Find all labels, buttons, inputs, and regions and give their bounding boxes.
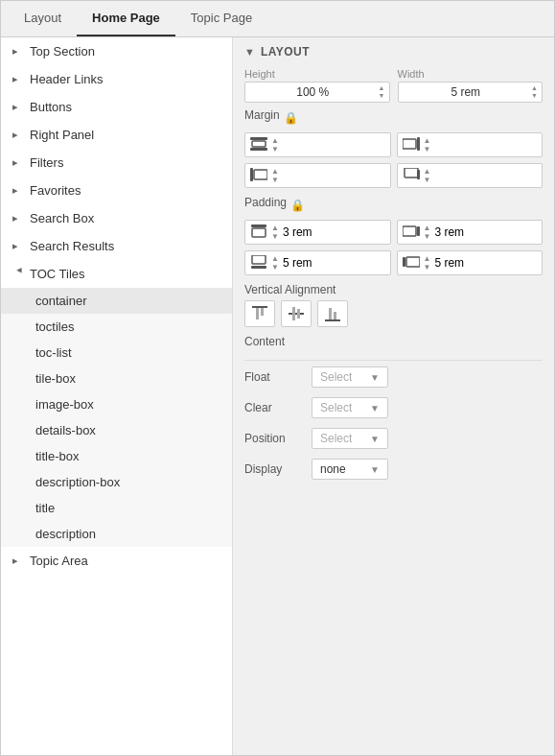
sidebar-item-buttons[interactable]: ▸ Buttons xyxy=(1,93,232,121)
width-up-arrow[interactable]: ▲ xyxy=(531,84,538,92)
tab-homepage[interactable]: Home Page xyxy=(77,1,175,36)
height-value: 100 % xyxy=(249,85,377,99)
sidebar-item-toc-tiles[interactable]: ▾ TOC Tiles xyxy=(1,260,232,288)
width-spin[interactable]: 5 rem ▲ ▼ xyxy=(398,82,543,103)
tree-child-description-box[interactable]: description-box xyxy=(1,469,232,495)
arrow-icon: ▸ xyxy=(12,45,26,58)
position-select[interactable]: Select ▼ xyxy=(312,428,388,449)
margin-left-arrows[interactable]: ▲ ▼ xyxy=(271,167,279,184)
tree-child-toc-list[interactable]: toc-list xyxy=(1,340,232,366)
sidebar-item-favorites[interactable]: ▸ Favorites xyxy=(1,177,232,204)
clear-select[interactable]: Select ▼ xyxy=(312,397,388,418)
tab-layout[interactable]: Layout xyxy=(9,1,77,36)
margin-top-arrows[interactable]: ▲ ▼ xyxy=(271,136,279,154)
clear-row: Clear Select ▼ xyxy=(244,397,543,418)
width-label: Width xyxy=(398,68,543,80)
tree-child-details-box[interactable]: details-box xyxy=(1,417,232,443)
arrow-icon: ▸ xyxy=(12,101,26,113)
tree-child-tile-box[interactable]: tile-box xyxy=(1,366,232,391)
height-label: Height xyxy=(244,68,390,80)
padding-left-value: 5 rem xyxy=(434,256,464,270)
padding-right-down[interactable]: ▼ xyxy=(424,232,431,241)
sidebar-item-filters[interactable]: ▸ Filters xyxy=(1,149,232,177)
padding-right-up[interactable]: ▲ xyxy=(424,224,431,232)
align-middle-button[interactable] xyxy=(281,300,312,327)
padding-top-arrows[interactable]: ▲ ▼ xyxy=(271,224,279,241)
padding-left-up[interactable]: ▲ xyxy=(424,254,431,263)
tree-child-description[interactable]: description xyxy=(1,521,232,547)
tab-topicpage[interactable]: Topic Page xyxy=(175,1,267,36)
sidebar-item-label: Filters xyxy=(30,155,63,170)
margin-right-cell[interactable]: ▲ ▼ xyxy=(397,132,543,157)
width-arrows[interactable]: ▲ ▼ xyxy=(531,84,538,100)
margin-left-down[interactable]: ▼ xyxy=(271,176,279,184)
padding-top-cell[interactable]: ▲ ▼ 3 rem xyxy=(244,220,391,245)
height-down-arrow[interactable]: ▼ xyxy=(379,92,385,100)
sidebar-item-label: TOC Tiles xyxy=(30,267,85,281)
align-top-button[interactable] xyxy=(244,300,275,327)
sidebar-item-topic-area[interactable]: ▸ Topic Area xyxy=(1,547,232,575)
tree-child-title[interactable]: title xyxy=(1,495,232,521)
sidebar-item-label: Top Section xyxy=(30,44,95,59)
sidebar-item-top-section[interactable]: ▸ Top Section xyxy=(1,37,232,65)
section-title-layout: LAYOUT xyxy=(261,45,310,59)
height-up-arrow[interactable]: ▲ xyxy=(379,84,385,92)
layout-section-header: ▼ LAYOUT xyxy=(244,45,543,59)
height-spin[interactable]: 100 % ▲ ▼ xyxy=(244,82,390,103)
width-field: Width 5 rem ▲ ▼ xyxy=(398,68,543,103)
padding-left-arrows[interactable]: ▲ ▼ xyxy=(424,254,431,272)
margin-bottom-up[interactable]: ▲ xyxy=(424,167,431,176)
svg-rect-1 xyxy=(252,141,266,147)
padding-top-up[interactable]: ▲ xyxy=(271,224,279,232)
margin-left-up[interactable]: ▲ xyxy=(271,167,279,176)
margin-left-cell[interactable]: ▲ ▼ xyxy=(244,163,391,188)
margin-top-cell[interactable]: ▲ ▼ xyxy=(244,132,391,157)
padding-right-cell[interactable]: ▲ ▼ 3 rem xyxy=(397,220,543,245)
svg-rect-10 xyxy=(252,228,266,237)
margin-top-up[interactable]: ▲ xyxy=(271,136,279,145)
tree-child-title-box[interactable]: title-box xyxy=(1,443,232,469)
svg-rect-16 xyxy=(406,257,420,267)
section-collapse-icon[interactable]: ▼ xyxy=(244,46,255,58)
padding-header: Padding 🔒 xyxy=(244,196,543,215)
padding-left-down[interactable]: ▼ xyxy=(424,263,431,272)
sidebar-item-header-links[interactable]: ▸ Header Links xyxy=(1,65,232,93)
padding-bottom-arrows[interactable]: ▲ ▼ xyxy=(271,254,279,272)
padding-top-down[interactable]: ▼ xyxy=(271,232,279,241)
padding-bottom-up[interactable]: ▲ xyxy=(271,254,279,263)
align-group xyxy=(244,300,543,327)
app-container: Layout Home Page Topic Page ▸ Top Sectio… xyxy=(0,0,555,756)
svg-rect-23 xyxy=(325,319,340,321)
margin-right-arrows[interactable]: ▲ ▼ xyxy=(424,136,431,154)
padding-bottom-cell[interactable]: ▲ ▼ 5 rem xyxy=(244,250,391,275)
margin-top-down[interactable]: ▼ xyxy=(271,145,279,154)
height-arrows[interactable]: ▲ ▼ xyxy=(379,84,385,100)
width-down-arrow[interactable]: ▼ xyxy=(531,92,538,100)
align-bottom-button[interactable] xyxy=(317,300,348,327)
svg-rect-20 xyxy=(289,313,304,315)
padding-bottom-down[interactable]: ▼ xyxy=(271,263,279,272)
margin-right-down[interactable]: ▼ xyxy=(424,145,431,154)
tree-child-image-box[interactable]: image-box xyxy=(1,391,232,417)
margin-right-icon xyxy=(403,137,420,154)
padding-label: Padding xyxy=(244,196,287,209)
float-select[interactable]: Select ▼ xyxy=(312,366,388,388)
svg-rect-6 xyxy=(250,168,253,181)
padding-section: Padding 🔒 ▲ ▼ 3 rem xyxy=(244,196,543,275)
float-row: Float Select ▼ xyxy=(244,366,543,388)
tree-child-toctiles[interactable]: toctiles xyxy=(1,314,232,340)
margin-right-up[interactable]: ▲ xyxy=(424,136,431,145)
display-select[interactable]: none ▼ xyxy=(312,459,388,480)
sidebar-item-search-box[interactable]: ▸ Search Box xyxy=(1,204,232,232)
margin-bottom-cell[interactable]: ▲ ▼ xyxy=(397,163,543,188)
padding-left-cell[interactable]: ▲ ▼ 5 rem xyxy=(397,250,543,275)
padding-right-arrows[interactable]: ▲ ▼ xyxy=(424,224,431,241)
padding-lock-icon[interactable]: 🔒 xyxy=(290,199,304,212)
lock-icon[interactable]: 🔒 xyxy=(284,111,297,125)
margin-bottom-arrows[interactable]: ▲ ▼ xyxy=(424,167,431,184)
margin-bottom-down[interactable]: ▼ xyxy=(424,176,431,184)
svg-rect-24 xyxy=(329,308,332,319)
sidebar-item-right-panel[interactable]: ▸ Right Panel xyxy=(1,121,232,149)
tree-child-container[interactable]: container xyxy=(1,288,232,314)
sidebar-item-search-results[interactable]: ▸ Search Results xyxy=(1,232,232,260)
